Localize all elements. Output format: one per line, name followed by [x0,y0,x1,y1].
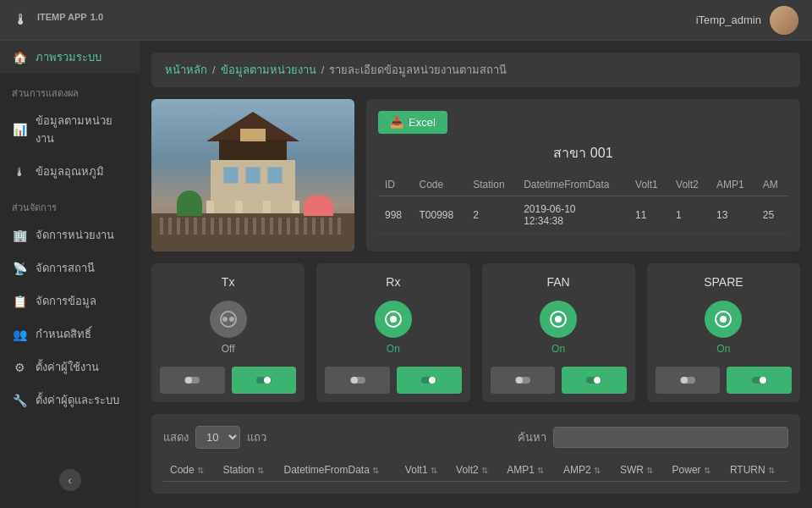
toggle-fan-on-icon [549,310,568,329]
sidebar-collapse-button[interactable]: ‹ [59,469,81,491]
toggle-fan-title: FAN [547,275,570,289]
cell-volt1: 11 [628,196,669,235]
cell-am: 25 [756,196,788,235]
toggle-spare-right-button[interactable] [727,367,792,394]
toggle-rx-right-button[interactable] [397,367,462,394]
data-col-swr[interactable]: SWR ⇅ [613,459,666,482]
sidebar-item-manage-data[interactable]: 📋 จัดการข้อมูล [0,284,140,318]
layout: 🏠 ภาพรวมระบบ ส่วนการแสดงผล 📊 ข้อมูลตามหน… [0,41,812,508]
data-col-rturn[interactable]: RTURN ⇅ [723,459,788,482]
toggle-card-fan: FAN On [482,263,635,402]
station-image [151,99,354,251]
toggle-tx-left-button[interactable] [160,367,225,394]
permissions-icon: 👥 [12,327,27,342]
breadcrumb-sep1: / [212,64,216,76]
bottom-section: แสดง 10 25 50 แถว ค้นหา Code ⇅ [151,414,800,494]
toggle-fan-right-button[interactable] [562,367,627,394]
toggle-rx-status: On [387,343,400,355]
tree-left [177,190,202,216]
window1 [223,167,239,184]
breadcrumb-level2[interactable]: ข้อมูลตามหน่วยงาน [221,61,316,79]
toggle-tx-status: Off [222,343,235,355]
cell-code: T00998 [412,196,466,235]
table-row: 998 T00998 2 2019-06-1012:34:38 11 1 13 … [378,196,788,235]
toggle-fan-buttons [491,367,627,394]
cell-volt2: 1 [669,196,710,235]
sidebar-item-user-settings[interactable]: ⚙ ตั้งค่าผู้ใช้งาน [0,351,140,384]
svg-point-20 [720,316,727,323]
sort-icon-swr: ⇅ [646,466,653,475]
windows [223,167,283,184]
window3 [267,167,283,184]
breadcrumb: หน้าหลัก / ข้อมูลตามหน่วยงาน / รายละเอีย… [151,52,800,87]
top-section: 📥 Excel สาขา 001 ID Code Station Datetim… [151,99,800,251]
sidebar-item-manage-unit[interactable]: 🏢 จัดการหน่วยงาน [0,218,140,251]
sidebar-item-label: จัดการหน่วยงาน [36,226,114,244]
search-input[interactable] [553,427,788,448]
svg-point-8 [390,316,397,323]
station-table: ID Code Station DatetimeFromData Volt1 V… [378,174,788,235]
col-header-id: ID [378,174,412,196]
gable [240,129,266,141]
header: 🌡 ITEMP APP 1.0 iTemp_admin [0,0,812,41]
svg-point-12 [429,377,436,384]
breadcrumb-level3: รายละเอียดข้อมูลหน่วยงานตามสถานี [329,61,507,79]
data-table: Code ⇅ Station ⇅ DatetimeFromData ⇅ Volt… [163,459,788,482]
sort-icon-power: ⇅ [704,466,710,475]
sort-icon-code: ⇅ [197,466,204,475]
excel-button[interactable]: 📥 Excel [378,111,447,134]
avatar [770,6,798,35]
col-header-code: Code [412,174,466,196]
overview-icon: 🏠 [12,50,27,65]
toggle-tx-indicator [210,301,247,338]
show-select[interactable]: 10 25 50 [195,426,240,449]
svg-point-2 [229,317,234,322]
toggle-section: Tx Off [151,263,800,402]
data-col-station[interactable]: Station ⇅ [216,459,277,482]
col-header-volt1: Volt1 [628,174,669,196]
toggle-spare-left-button[interactable] [656,367,721,394]
sidebar-item-admin-settings[interactable]: 🔧 ตั้งค่าผู้ดูและระบบ [0,384,140,417]
main-content: หน้าหลัก / ข้อมูลตามหน่วยงาน / รายละเอีย… [140,41,812,508]
sidebar-item-label: จัดการข้อมูล [36,292,96,310]
data-col-volt1[interactable]: Volt1 ⇅ [398,459,449,482]
sidebar-item-temperature[interactable]: 🌡 ข้อมูลอุณหภูมิ [0,155,140,188]
toggle-spare-on-icon [714,310,732,329]
sort-icon-volt1: ⇅ [431,466,437,475]
sidebar-item-permissions[interactable]: 👥 กำหนดสิทธิ์ [0,318,140,351]
data-col-amp1[interactable]: AMP1 ⇅ [500,459,557,482]
svg-point-16 [516,377,523,384]
building-illustration [151,99,354,251]
data-col-volt2[interactable]: Volt2 ⇅ [449,459,500,482]
manage-station-icon: 📡 [12,261,27,276]
manage-data-icon: 📋 [12,294,27,309]
header-left: 🌡 ITEMP APP 1.0 [14,11,103,29]
data-col-amp2[interactable]: AMP2 ⇅ [557,459,613,482]
svg-point-4 [185,377,192,384]
umbrella-right [304,195,333,216]
breadcrumb-home[interactable]: หน้าหลัก [165,61,207,79]
toggle-rx-buttons [325,367,461,394]
col-header-am: AM [756,174,788,196]
sidebar-item-manage-station[interactable]: 📡 จัดการสถานี [0,251,140,284]
breadcrumb-sep2: / [321,64,325,76]
data-col-datetime[interactable]: DatetimeFromData ⇅ [277,459,398,482]
data-col-power[interactable]: Power ⇅ [666,459,723,482]
data-col-code[interactable]: Code ⇅ [163,459,216,482]
sidebar-section-display: ส่วนการแสดงผล [0,79,140,104]
toggle-on-icon [384,310,403,329]
search-label: ค้นหา [518,428,546,446]
user-settings-icon: ⚙ [12,360,27,375]
data-table-header-row: Code ⇅ Station ⇅ DatetimeFromData ⇅ Volt… [163,459,788,482]
toggle-fan-left-button[interactable] [491,367,556,394]
app-title: ITEMP APP 1.0 [37,12,103,28]
toggle-card-rx: Rx On [316,263,469,402]
sidebar-item-unit-data[interactable]: 📊 ข้อมูลตามหน่วยงาน [0,104,140,155]
sidebar-item-overview[interactable]: 🏠 ภาพรวมระบบ [0,41,140,74]
toggle-tx-right-button[interactable] [232,367,297,394]
sidebar-item-label: ภาพรวมระบบ [36,48,102,66]
table-header-row: ID Code Station DatetimeFromData Volt1 V… [378,174,788,196]
sidebar-section-manage: ส่วนจัดการ [0,193,140,218]
sort-icon-datetime: ⇅ [372,466,379,475]
toggle-rx-left-button[interactable] [325,367,390,394]
